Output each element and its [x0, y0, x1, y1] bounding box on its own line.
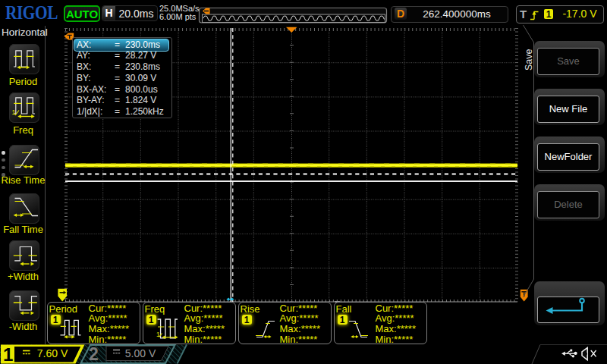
svg-text:1: 1 — [3, 344, 13, 364]
svg-text:5.00 V: 5.00 V — [125, 347, 156, 359]
svg-text:1: 1 — [156, 331, 160, 338]
svg-text:2: 2 — [89, 344, 99, 364]
svg-text:7.60 V: 7.60 V — [37, 347, 68, 359]
